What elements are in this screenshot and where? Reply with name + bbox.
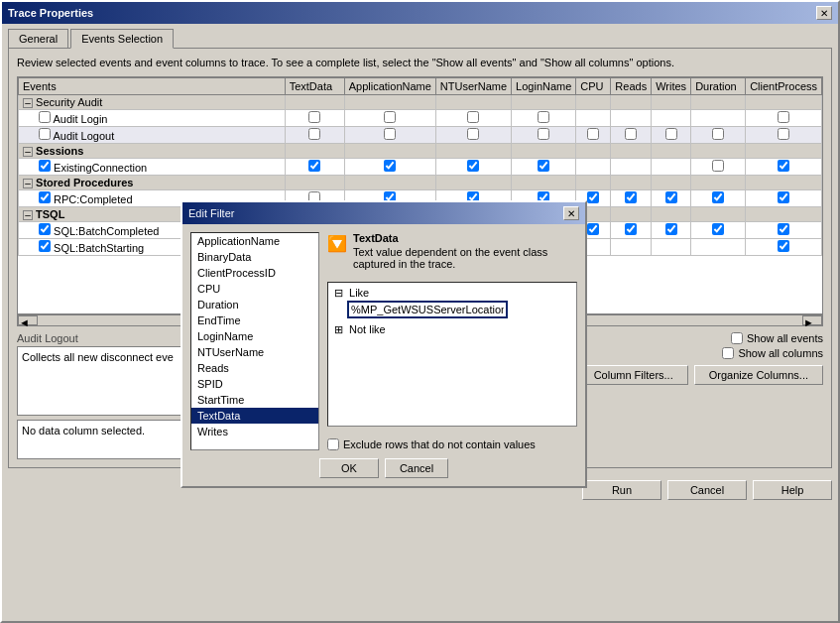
main-window: Trace Properties ✕ General Events Select…	[0, 0, 840, 623]
filter-like-row: ⊟ Like	[330, 285, 574, 302]
filter-item-cpu[interactable]: CPU	[191, 281, 318, 297]
dialog-close-button[interactable]: ✕	[563, 206, 579, 220]
exclude-checkbox[interactable]	[327, 438, 339, 450]
filter-item-duration[interactable]: Duration	[191, 297, 318, 312]
filter-item-clientprocessid[interactable]: ClientProcessID	[191, 265, 318, 281]
filter-ok-button[interactable]: OK	[319, 458, 379, 478]
not-like-expand-icon[interactable]: ⊞	[334, 323, 346, 336]
exclude-row: Exclude rows that do not contain values	[327, 438, 577, 450]
like-expand-icon[interactable]: ⊟	[334, 287, 346, 300]
filter-icon: 🔽	[327, 234, 347, 253]
filter-item-writes[interactable]: Writes	[191, 424, 318, 439]
filter-column-desc: Text value dependent on the event class …	[353, 244, 571, 272]
filter-column-name: TextData	[353, 232, 571, 244]
filter-not-like-row: ⊞ Not like	[330, 321, 574, 338]
filter-item-spid[interactable]: SPID	[191, 376, 318, 392]
dialog-title-bar: Edit Filter ✕	[182, 202, 585, 224]
filter-item-endtime[interactable]: EndTime	[191, 312, 318, 328]
filter-item-ntusername[interactable]: NTUserName	[191, 344, 318, 360]
edit-filter-dialog: Edit Filter ✕ ApplicationName BinaryData…	[180, 200, 587, 488]
filter-item-starttime[interactable]: StartTime	[191, 392, 318, 408]
dialog-title-text: Edit Filter	[188, 207, 234, 219]
dialog-content: ApplicationName BinaryData ClientProcess…	[182, 224, 585, 486]
filter-right-panel: 🔽 TextData Text value dependent on the e…	[327, 232, 577, 450]
filter-item-appname[interactable]: ApplicationName	[191, 233, 318, 249]
filter-header: ApplicationName BinaryData ClientProcess…	[190, 232, 577, 450]
like-value-input[interactable]	[348, 302, 507, 317]
filter-cancel-button[interactable]: Cancel	[385, 458, 448, 478]
filter-item-textdata[interactable]: TextData	[191, 408, 318, 424]
filter-like-input-row	[330, 302, 574, 317]
dialog-overlay: Edit Filter ✕ ApplicationName BinaryData…	[2, 2, 838, 621]
filter-item-loginname[interactable]: LoginName	[191, 328, 318, 344]
filter-item-binarydata[interactable]: BinaryData	[191, 249, 318, 265]
like-label: Like	[349, 287, 369, 299]
not-like-label: Not like	[349, 323, 386, 335]
filter-values-box: ⊟ Like ⊞ Not like	[327, 282, 577, 427]
exclude-label: Exclude rows that do not contain values	[343, 438, 536, 450]
filter-footer: OK Cancel	[190, 458, 577, 478]
filter-list[interactable]: ApplicationName BinaryData ClientProcess…	[190, 232, 319, 450]
filter-item-reads[interactable]: Reads	[191, 360, 318, 376]
